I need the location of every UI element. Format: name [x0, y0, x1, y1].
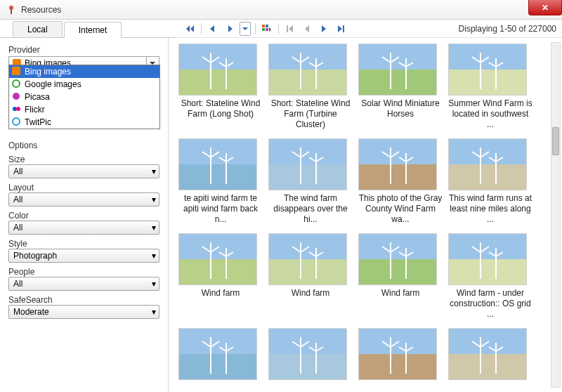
svg-line-121 — [301, 341, 309, 347]
caption: Wind farm — [358, 288, 443, 309]
prev-icon[interactable] — [300, 22, 314, 36]
result-item[interactable]: The wind farm disappears over the hi... — [268, 138, 353, 225]
svg-line-32 — [382, 57, 391, 63]
svg-rect-3 — [266, 25, 268, 27]
separator — [201, 23, 202, 34]
size-combo[interactable]: All▾ — [8, 164, 159, 178]
svg-line-136 — [472, 341, 481, 347]
svg-line-128 — [382, 341, 391, 347]
svg-line-65 — [391, 152, 399, 157]
safesearch-label: SafeSearch — [8, 295, 159, 305]
svg-line-20 — [219, 63, 226, 67]
provider-option-picasa[interactable]: Picasa — [9, 91, 159, 103]
caption: Short: Stateline Wind Farm (Long Shot) — [178, 98, 263, 119]
color-combo[interactable]: All▾ — [8, 221, 159, 235]
result-item[interactable] — [178, 328, 263, 392]
size-label: Size — [8, 155, 159, 164]
result-item[interactable] — [358, 328, 443, 392]
result-item[interactable]: Summer Wind Farm is located in southwest… — [448, 44, 532, 130]
svg-line-116 — [219, 347, 226, 351]
svg-line-52 — [219, 157, 226, 162]
style-combo[interactable]: Photograph▾ — [8, 249, 159, 263]
thumbnail — [268, 44, 347, 96]
result-item[interactable]: Short: Stateline Wind Farm (Long Shot) — [178, 44, 263, 130]
caption — [178, 383, 263, 392]
svg-line-76 — [489, 157, 496, 162]
result-item[interactable]: This wind farm runs at least nine miles … — [448, 138, 532, 225]
result-item[interactable]: This photo of the Gray County Wind Farm … — [358, 138, 443, 225]
svg-line-69 — [406, 157, 413, 162]
chevron-down-icon: ▾ — [152, 223, 156, 233]
view-icon[interactable] — [260, 22, 274, 36]
results-counter: Displaying 1-50 of 227000 — [459, 24, 556, 34]
svg-line-40 — [472, 57, 481, 63]
thumbnail — [358, 233, 437, 285]
forward-icon[interactable] — [223, 22, 237, 36]
chevron-down-icon: ▾ — [152, 251, 156, 261]
svg-line-132 — [399, 347, 406, 351]
chevron-down-icon: ▾ — [152, 166, 156, 176]
color-label: Color — [8, 211, 159, 221]
result-item[interactable]: Wind farm — [358, 233, 443, 320]
result-item[interactable]: Solar Wind Miniature Horses — [358, 44, 443, 130]
provider-option-google[interactable]: Google images — [9, 78, 159, 91]
close-button[interactable]: ✕ — [528, 0, 562, 15]
bing-icon — [12, 67, 22, 77]
svg-rect-6 — [287, 25, 288, 32]
caption: Wind farm — [268, 288, 353, 309]
caption: Solar Wind Miniature Horses — [358, 98, 443, 119]
separator — [278, 23, 279, 34]
rewind-icon[interactable] — [183, 22, 197, 36]
svg-line-64 — [382, 152, 391, 157]
caption: te apiti wind farm te apiti wind farm ba… — [178, 193, 263, 225]
svg-rect-7 — [343, 25, 344, 32]
provider-option-bing[interactable]: Bing images — [9, 65, 159, 78]
people-combo[interactable]: All▾ — [8, 277, 159, 291]
caption: This photo of the Gray County Wind Farm … — [358, 193, 443, 225]
svg-line-140 — [489, 347, 496, 351]
svg-line-105 — [481, 247, 489, 252]
layout-combo[interactable]: All▾ — [8, 192, 159, 207]
thumbnail — [448, 44, 527, 96]
svg-line-37 — [406, 63, 413, 67]
dropdown-icon[interactable] — [240, 22, 251, 36]
tab-internet[interactable]: Internet — [64, 22, 122, 38]
svg-line-60 — [309, 157, 316, 162]
svg-line-24 — [292, 57, 301, 63]
last-icon[interactable] — [334, 22, 348, 36]
next-icon[interactable] — [317, 22, 331, 36]
result-item[interactable]: Short: Stateline Wind Farm (Turbine Clus… — [268, 44, 353, 130]
result-item[interactable] — [268, 328, 353, 392]
caption — [448, 383, 532, 392]
back-icon[interactable] — [206, 22, 220, 36]
first-icon[interactable] — [283, 22, 297, 36]
svg-line-53 — [226, 157, 233, 162]
style-label: Style — [8, 239, 159, 249]
scrollbar-thumb[interactable] — [552, 127, 559, 155]
svg-line-101 — [406, 252, 413, 256]
flickr-icon — [12, 105, 22, 115]
svg-rect-5 — [266, 28, 268, 31]
safesearch-combo[interactable]: Moderate▾ — [8, 305, 159, 319]
result-item[interactable]: Wind farm - under construction:: OS grid… — [448, 233, 532, 320]
svg-line-137 — [481, 341, 489, 347]
result-item[interactable]: te apiti wind farm te apiti wind farm ba… — [178, 138, 263, 225]
provider-option-twitpic[interactable]: TwitPic — [9, 116, 159, 129]
google-icon — [12, 79, 22, 89]
thumbnail — [358, 328, 437, 380]
svg-line-45 — [496, 63, 503, 67]
result-item[interactable] — [448, 328, 532, 392]
result-item[interactable]: Wind farm — [178, 233, 263, 320]
svg-line-85 — [226, 252, 233, 256]
svg-point-11 — [13, 93, 20, 100]
thumbnail — [268, 328, 347, 380]
svg-line-72 — [472, 152, 481, 157]
window-title: Resources — [21, 5, 61, 15]
caption: Short: Stateline Wind Farm (Turbine Clus… — [268, 98, 353, 130]
scrollbar[interactable] — [551, 42, 561, 388]
svg-line-125 — [316, 347, 323, 351]
layout-label: Layout — [8, 183, 159, 192]
tab-local[interactable]: Local — [13, 21, 63, 37]
result-item[interactable]: Wind farm — [268, 233, 353, 320]
provider-option-flickr[interactable]: Flickr — [9, 103, 159, 116]
